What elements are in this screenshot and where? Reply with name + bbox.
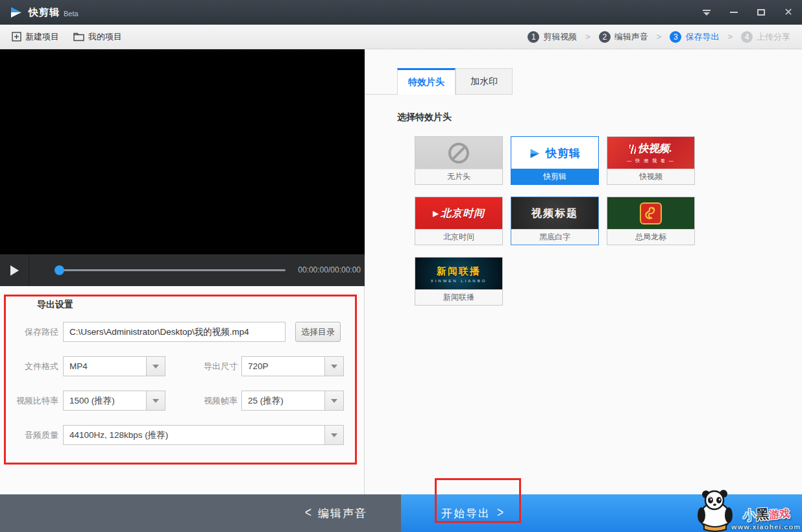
new-project-button[interactable]: 新建项目 — [9, 28, 62, 46]
step-edit-audio[interactable]: 2 编辑声音 — [599, 31, 648, 43]
export-size-label: 导出尺寸 — [193, 356, 237, 376]
title-bar: 快剪辑 Beta ✕ — [0, 0, 802, 25]
video-framerate-select[interactable]: 25 (推荐) — [241, 391, 344, 411]
intro-card-label: 黑底白字 — [511, 229, 598, 245]
audio-quality-row: 音频质量 44100Hz, 128kbps (推荐) — [0, 425, 365, 445]
chevron-right-icon: > — [585, 32, 590, 42]
step-upload-share[interactable]: 4 上传分享 — [741, 31, 790, 43]
tab-bar: 特效片头 加水印 — [365, 49, 802, 95]
chevron-right-icon: > — [727, 32, 733, 42]
intro-card-bjtime[interactable]: ▶北京时间 北京时间 — [415, 197, 503, 245]
video-preview — [0, 49, 365, 254]
export-settings-title: 导出设置 — [37, 299, 73, 311]
watermark-url: www.xiaohei.com — [731, 523, 801, 531]
app-logo-icon — [9, 5, 23, 19]
tab-watermark[interactable]: 加水印 — [456, 68, 513, 95]
intro-card-blacktitle[interactable]: 视频标题 黑底白字 — [511, 197, 599, 245]
intro-card-label: 无片头 — [415, 169, 502, 184]
minimize-icon[interactable] — [720, 0, 747, 25]
choose-directory-button[interactable]: 选择目录 — [295, 322, 341, 342]
play-icon — [10, 265, 19, 276]
file-format-select[interactable]: MP4 — [63, 356, 165, 376]
audio-quality-select[interactable]: 44100Hz, 128kbps (推荐) — [63, 425, 344, 445]
folder-icon — [73, 32, 84, 42]
player-bar: 00:00:00/00:00:00 — [0, 254, 365, 286]
back-button-label: 编辑声音 — [318, 506, 367, 521]
app-beta-badge: Beta — [64, 10, 79, 18]
step-label: 上传分享 — [757, 31, 790, 43]
panda-mascot-icon — [695, 488, 735, 532]
export-settings-panel: 导出设置 保存路径 选择目录 文件格式 MP4 导出尺寸 720P 视 — [0, 286, 365, 494]
intro-card-label: 总局龙标 — [607, 229, 694, 245]
step-label: 编辑声音 — [614, 31, 648, 43]
kuaijianji-logo-icon — [529, 147, 541, 160]
plus-square-icon — [12, 32, 21, 42]
bitrate-framerate-row: 视频比特率 1500 (推荐) 视频帧率 25 (推荐) — [0, 391, 365, 411]
audio-quality-value: 44100Hz, 128kbps (推荐) — [69, 426, 322, 444]
app-title: 快剪辑 — [29, 6, 60, 19]
back-chevron-icon: < — [305, 505, 311, 522]
save-path-row: 保存路径 选择目录 — [0, 322, 365, 342]
play-button[interactable] — [0, 254, 29, 286]
export-button-label: 开始导出 — [441, 506, 491, 521]
intro-card-news[interactable]: 新闻联播XINWEN LIANBO 新闻联播 — [415, 257, 503, 306]
export-chevron-icon: > — [497, 505, 504, 522]
maximize-icon[interactable] — [747, 0, 775, 25]
skin-menu-icon[interactable] — [693, 0, 720, 25]
dropdown-arrow-icon — [146, 391, 165, 410]
intro-card-thumbnail — [415, 137, 502, 169]
workflow-steps: 1 剪辑视频 > 2 编辑声音 > 3 保存导出 > 4 上传分享 — [528, 31, 802, 43]
intro-card-thumbnail: 新闻联播XINWEN LIANBO — [415, 258, 502, 290]
video-framerate-label: 视频帧率 — [193, 391, 237, 411]
intro-card-ksp[interactable]: 快视频. — 快 潮 我 看 — 快视频 — [607, 136, 695, 185]
intro-card-thumbnail: ▶北京时间 — [415, 197, 502, 230]
seek-bar[interactable] — [57, 269, 286, 271]
site-watermark: 小黑游戏 www.xiaohei.com — [695, 488, 801, 532]
slashes-icon — [629, 145, 636, 154]
tab-intro-effects[interactable]: 特效片头 — [397, 68, 456, 95]
my-projects-label: 我的项目 — [88, 31, 122, 43]
video-framerate-value: 25 (推荐) — [248, 391, 322, 410]
app-window: 快剪辑 Beta ✕ 新建项目 我的项目 — [0, 0, 802, 532]
intro-card-none[interactable]: 无片头 — [415, 136, 503, 185]
step-edit-video[interactable]: 1 剪辑视频 — [528, 31, 577, 43]
window-controls: ✕ — [693, 0, 802, 25]
intro-card-dragon[interactable]: 总局龙标 — [607, 197, 695, 245]
my-projects-button[interactable]: 我的项目 — [71, 28, 125, 46]
watermark-name: 小黑游戏 — [742, 504, 790, 525]
intro-card-thumbnail — [607, 197, 694, 230]
intro-card-thumbnail: 快剪辑 — [511, 137, 598, 169]
no-intro-icon — [448, 143, 469, 163]
intro-card-label: 快视频 — [607, 169, 694, 184]
close-icon[interactable]: ✕ — [775, 0, 802, 25]
dropdown-arrow-icon — [146, 357, 165, 376]
step-badge: 1 — [528, 31, 539, 43]
bottom-bar: < 编辑声音 开始导出 > — [0, 494, 802, 532]
intro-card-grid: 无片头 快剪辑 快剪辑快视频. — 快 潮 我 看 — 快视频▶北京时间 北京时… — [415, 136, 707, 306]
dropdown-arrow-icon — [324, 357, 343, 376]
intro-card-label: 快剪辑 — [511, 169, 598, 184]
step-save-export[interactable]: 3 保存导出 — [670, 31, 719, 43]
step-badge: 2 — [599, 31, 611, 43]
video-bitrate-label: 视频比特率 — [0, 391, 58, 411]
file-format-value: MP4 — [69, 357, 144, 376]
step-label: 保存导出 — [685, 31, 719, 43]
step-badge: 3 — [670, 31, 681, 43]
export-size-select[interactable]: 720P — [241, 356, 344, 376]
file-format-label: 文件格式 — [0, 356, 58, 376]
video-bitrate-select[interactable]: 1500 (推荐) — [63, 391, 165, 411]
audio-quality-label: 音频质量 — [0, 425, 58, 445]
step-badge: 4 — [741, 31, 753, 43]
intro-card-kjj[interactable]: 快剪辑 快剪辑 — [511, 136, 599, 185]
export-size-value: 720P — [248, 357, 322, 376]
save-path-input[interactable] — [63, 322, 286, 342]
time-display: 00:00:00/00:00:00 — [298, 254, 361, 286]
seek-thumb[interactable] — [55, 265, 64, 275]
format-size-row: 文件格式 MP4 导出尺寸 720P — [0, 356, 365, 376]
intro-card-label: 北京时间 — [415, 229, 502, 245]
chevron-right-icon: > — [657, 32, 662, 42]
dropdown-arrow-icon — [324, 426, 343, 444]
project-toolbar: 新建项目 我的项目 1 剪辑视频 > 2 编辑声音 > 3 保存导出 — [0, 25, 802, 49]
intro-section-heading: 选择特效片头 — [397, 112, 452, 123]
back-edit-audio-button[interactable]: < 编辑声音 — [0, 494, 401, 532]
